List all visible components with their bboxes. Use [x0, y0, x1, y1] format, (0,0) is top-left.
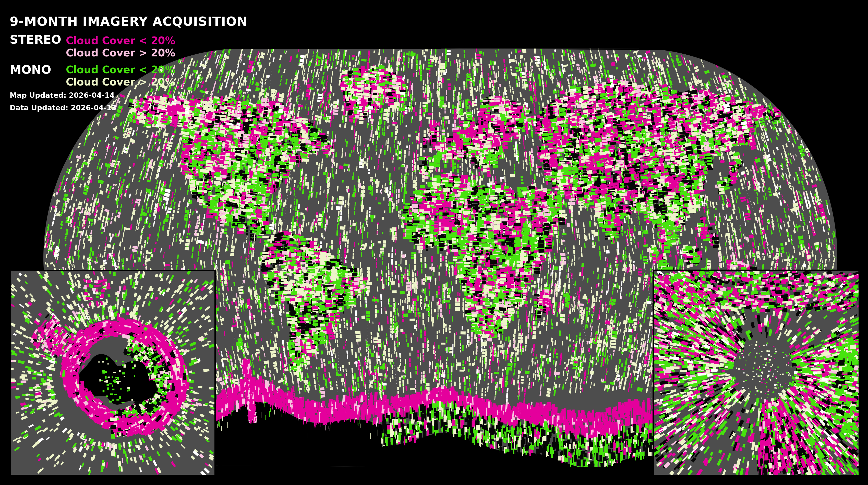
page: 9-MONTH IMAGERY ACQUISITION STEREO Cloud…: [0, 0, 868, 485]
page-title: 9-MONTH IMAGERY ACQUISITION: [10, 14, 248, 29]
arctic-inset: [653, 269, 860, 476]
antarctic-inset-canvas: [11, 271, 214, 475]
data-updated-text: Data Updated: 2026-04-13: [10, 104, 116, 112]
legend-stereo-high-cloud: Cloud Cover > 20%: [66, 47, 175, 59]
map-updated-text: Map Updated: 2026-04-14: [10, 91, 115, 100]
legend-stereo-label: STEREO: [10, 33, 61, 46]
antarctic-inset: [9, 270, 216, 476]
arctic-inset-canvas: [654, 271, 859, 475]
legend-mono-high-cloud: Cloud Cover > 20%: [66, 76, 175, 88]
legend-mono-label: MONO: [10, 63, 51, 76]
legend-mono-low-cloud: Cloud Cover < 20%: [66, 64, 175, 75]
legend-stereo-low-cloud: Cloud Cover < 20%: [66, 35, 175, 46]
